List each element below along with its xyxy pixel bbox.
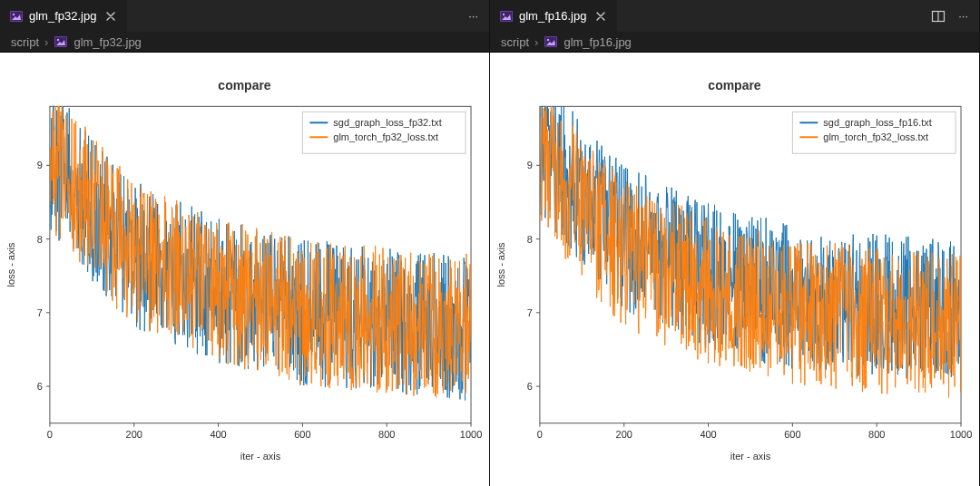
svg-text:9: 9 — [37, 160, 43, 170]
close-icon[interactable] — [593, 9, 608, 24]
svg-point-38 — [503, 13, 505, 15]
image-file-icon — [499, 9, 514, 24]
tab-glm-fp16[interactable]: glm_fp16.jpg — [490, 0, 618, 32]
editor-pane-right: glm_fp16.jpg ··· script › glm_fp16.jpg c… — [490, 0, 980, 486]
breadcrumb-folder[interactable]: script — [11, 35, 39, 49]
svg-text:800: 800 — [868, 429, 885, 440]
breadcrumb-file[interactable]: glm_fp16.jpg — [564, 35, 631, 49]
svg-text:9: 9 — [527, 160, 533, 170]
svg-text:400: 400 — [210, 429, 226, 440]
svg-text:8: 8 — [527, 234, 533, 245]
svg-text:0: 0 — [47, 429, 53, 440]
svg-text:8: 8 — [37, 234, 43, 245]
svg-text:400: 400 — [700, 429, 716, 440]
svg-text:200: 200 — [616, 429, 632, 440]
image-file-icon — [544, 34, 558, 49]
svg-text:7: 7 — [37, 307, 43, 318]
tab-glm-fp32[interactable]: glm_fp32.jpg — [0, 0, 128, 32]
editor-pane-left: glm_fp32.jpg ··· script › glm_fp32.jpg c… — [0, 0, 490, 486]
breadcrumb-folder[interactable]: script — [501, 35, 529, 49]
svg-text:0: 0 — [537, 429, 543, 440]
svg-text:loss - axis: loss - axis — [495, 242, 506, 287]
svg-text:800: 800 — [378, 429, 395, 440]
svg-text:1000: 1000 — [460, 429, 482, 440]
image-file-icon — [9, 9, 24, 24]
chevron-right-icon: › — [44, 35, 48, 49]
svg-text:glm_torch_fp32_loss.txt: glm_torch_fp32_loss.txt — [333, 131, 438, 142]
svg-text:sgd_graph_loss_fp32.txt: sgd_graph_loss_fp32.txt — [333, 117, 442, 128]
image-viewer[interactable]: compareloss - axisiter - axis02004006008… — [0, 52, 489, 486]
svg-text:iter - axis: iter - axis — [240, 451, 281, 462]
svg-text:7: 7 — [527, 307, 533, 318]
breadcrumbs[interactable]: script › glm_fp16.jpg — [490, 32, 979, 52]
svg-text:loss - axis: loss - axis — [5, 242, 16, 287]
breadcrumb-file[interactable]: glm_fp32.jpg — [74, 35, 141, 49]
tab-label: glm_fp32.jpg — [29, 9, 96, 23]
svg-text:compare: compare — [218, 78, 270, 92]
close-icon[interactable] — [103, 9, 118, 24]
chevron-right-icon: › — [534, 35, 538, 49]
chart-fp32: compareloss - axisiter - axis02004006008… — [0, 53, 489, 486]
svg-text:iter - axis: iter - axis — [730, 451, 771, 462]
breadcrumbs[interactable]: script › glm_fp32.jpg — [0, 32, 489, 52]
tab-bar: glm_fp16.jpg ··· — [490, 0, 979, 32]
svg-text:glm_torch_fp32_loss.txt: glm_torch_fp32_loss.txt — [823, 131, 928, 142]
svg-text:200: 200 — [126, 429, 142, 440]
svg-text:600: 600 — [784, 429, 800, 440]
more-button[interactable]: ··· — [468, 9, 478, 23]
svg-text:sgd_graph_loss_fp16.txt: sgd_graph_loss_fp16.txt — [823, 117, 932, 128]
svg-text:6: 6 — [37, 381, 43, 392]
tab-bar: glm_fp32.jpg ··· — [0, 0, 489, 32]
svg-point-2 — [13, 13, 15, 15]
tab-actions: ··· — [468, 0, 489, 32]
svg-text:6: 6 — [527, 381, 533, 392]
tab-actions: ··· — [931, 0, 979, 32]
split-editor-icon[interactable] — [931, 9, 946, 24]
svg-point-5 — [57, 39, 59, 41]
image-viewer[interactable]: compareloss - axisiter - axis02004006008… — [490, 52, 979, 486]
svg-point-43 — [547, 39, 549, 41]
tab-label: glm_fp16.jpg — [519, 9, 586, 23]
chart-fp16: compareloss - axisiter - axis02004006008… — [490, 53, 979, 486]
svg-text:600: 600 — [294, 429, 310, 440]
more-button[interactable]: ··· — [958, 9, 968, 23]
svg-text:1000: 1000 — [950, 429, 972, 440]
svg-text:compare: compare — [708, 78, 760, 92]
image-file-icon — [54, 34, 68, 49]
